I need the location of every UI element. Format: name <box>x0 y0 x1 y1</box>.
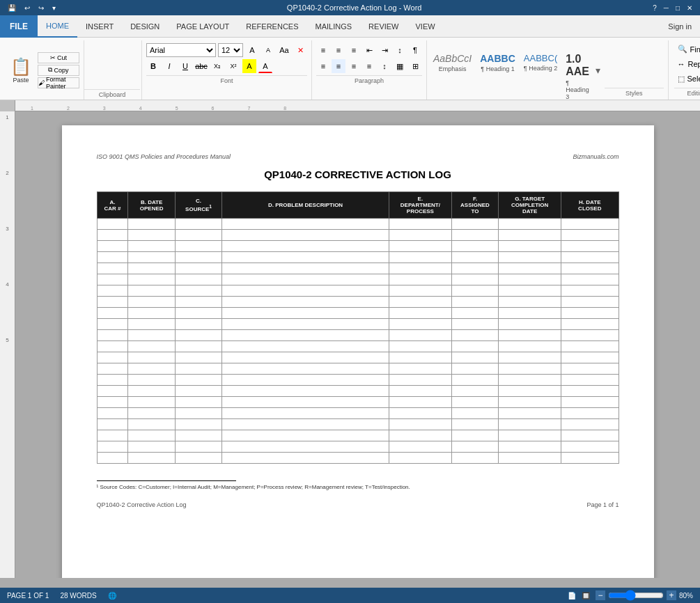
table-cell[interactable] <box>499 319 561 330</box>
align-left-button[interactable]: ≡ <box>316 59 330 73</box>
table-cell[interactable] <box>222 319 389 330</box>
font-name-select[interactable]: Arial <box>146 43 216 57</box>
table-cell[interactable] <box>222 330 389 341</box>
table-cell[interactable] <box>97 386 128 397</box>
table-cell[interactable] <box>499 263 561 274</box>
table-cell[interactable] <box>97 319 128 330</box>
table-cell[interactable] <box>128 363 175 375</box>
table-cell[interactable] <box>451 441 498 453</box>
sort-button[interactable]: ↕ <box>393 43 407 57</box>
table-cell[interactable] <box>175 419 221 430</box>
tab-design[interactable]: DESIGN <box>122 15 168 38</box>
table-cell[interactable] <box>97 397 128 408</box>
table-cell[interactable] <box>222 308 389 319</box>
table-cell[interactable] <box>561 263 619 274</box>
table-cell[interactable] <box>499 252 561 263</box>
cut-button[interactable]: ✂ Cut <box>38 52 79 63</box>
table-cell[interactable] <box>451 252 498 263</box>
table-cell[interactable] <box>97 341 128 352</box>
table-cell[interactable] <box>451 274 498 285</box>
table-cell[interactable] <box>451 341 498 352</box>
table-cell[interactable] <box>175 341 221 352</box>
table-cell[interactable] <box>175 453 221 464</box>
table-cell[interactable] <box>128 408 175 419</box>
table-cell[interactable] <box>389 241 451 252</box>
table-cell[interactable] <box>97 308 128 319</box>
table-cell[interactable] <box>175 352 221 363</box>
table-cell[interactable] <box>128 375 175 386</box>
table-cell[interactable] <box>222 419 389 430</box>
table-cell[interactable] <box>175 230 221 241</box>
tab-references[interactable]: REFERENCES <box>238 15 306 38</box>
table-cell[interactable] <box>128 230 175 241</box>
table-cell[interactable] <box>389 297 451 308</box>
table-cell[interactable] <box>175 263 221 274</box>
font-shrink-button[interactable]: A <box>261 43 275 57</box>
font-grow-button[interactable]: A <box>245 43 259 57</box>
minimize-btn[interactable]: ─ <box>662 3 671 13</box>
table-cell[interactable] <box>451 453 498 464</box>
table-cell[interactable] <box>451 408 498 419</box>
customize-icon[interactable]: ▾ <box>50 3 58 13</box>
table-cell[interactable] <box>97 230 128 241</box>
table-cell[interactable] <box>222 241 389 252</box>
table-cell[interactable] <box>499 419 561 430</box>
sign-in-link[interactable]: Sign in <box>660 22 700 31</box>
table-cell[interactable] <box>175 241 221 252</box>
table-cell[interactable] <box>175 397 221 408</box>
table-cell[interactable] <box>222 285 389 297</box>
table-cell[interactable] <box>128 285 175 297</box>
strikethrough-button[interactable]: abc <box>194 59 208 73</box>
font-size-select[interactable]: 12 <box>218 43 243 57</box>
table-cell[interactable] <box>561 430 619 441</box>
table-cell[interactable] <box>451 308 498 319</box>
table-cell[interactable] <box>222 441 389 453</box>
underline-button[interactable]: U <box>178 59 192 73</box>
table-cell[interactable] <box>499 308 561 319</box>
table-cell[interactable] <box>499 453 561 464</box>
table-cell[interactable] <box>128 419 175 430</box>
table-cell[interactable] <box>128 352 175 363</box>
table-cell[interactable] <box>389 386 451 397</box>
restore-btn[interactable]: □ <box>674 3 682 13</box>
table-cell[interactable] <box>175 285 221 297</box>
table-cell[interactable] <box>451 319 498 330</box>
table-cell[interactable] <box>128 397 175 408</box>
table-cell[interactable] <box>389 308 451 319</box>
table-cell[interactable] <box>222 453 389 464</box>
align-right-button[interactable]: ≡ <box>347 59 361 73</box>
tab-view[interactable]: VIEW <box>407 15 444 38</box>
table-cell[interactable] <box>128 252 175 263</box>
tab-insert[interactable]: INSERT <box>77 15 122 38</box>
table-cell[interactable] <box>97 441 128 453</box>
table-cell[interactable] <box>451 430 498 441</box>
table-cell[interactable] <box>128 319 175 330</box>
table-cell[interactable] <box>499 330 561 341</box>
table-cell[interactable] <box>499 297 561 308</box>
text-highlight-button[interactable]: A <box>242 59 256 73</box>
table-cell[interactable] <box>128 241 175 252</box>
table-cell[interactable] <box>561 397 619 408</box>
subscript-button[interactable]: X₂ <box>210 59 224 73</box>
table-cell[interactable] <box>499 219 561 230</box>
table-cell[interactable] <box>222 219 389 230</box>
table-cell[interactable] <box>128 341 175 352</box>
show-hide-button[interactable]: ¶ <box>408 43 422 57</box>
change-case-button[interactable]: Aa <box>277 43 291 57</box>
table-cell[interactable] <box>128 330 175 341</box>
table-cell[interactable] <box>561 219 619 230</box>
table-cell[interactable] <box>222 363 389 375</box>
table-cell[interactable] <box>175 386 221 397</box>
table-cell[interactable] <box>499 341 561 352</box>
table-cell[interactable] <box>128 453 175 464</box>
table-cell[interactable] <box>389 252 451 263</box>
style-h3[interactable]: 1.0 AAE ¶ Heading 3 <box>563 51 591 90</box>
table-cell[interactable] <box>175 219 221 230</box>
table-cell[interactable] <box>451 285 498 297</box>
table-cell[interactable] <box>451 352 498 363</box>
table-cell[interactable] <box>451 330 498 341</box>
styles-scroll[interactable]: ▾ <box>596 65 600 76</box>
table-cell[interactable] <box>561 375 619 386</box>
table-cell[interactable] <box>175 375 221 386</box>
table-cell[interactable] <box>561 408 619 419</box>
